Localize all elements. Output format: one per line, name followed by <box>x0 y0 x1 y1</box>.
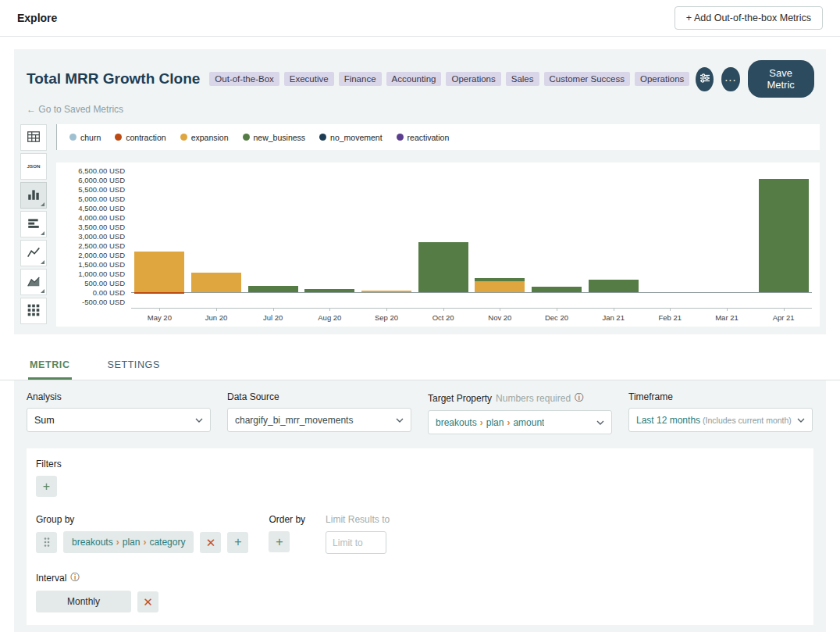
tab-metric[interactable]: METRIC <box>28 352 72 380</box>
target-property-select[interactable]: breakouts›plan›amount <box>428 410 612 434</box>
x-axis-line <box>131 308 812 309</box>
badge: Out-of-the-Box <box>209 72 279 86</box>
data-source-select[interactable]: chargify_bi_mrr_movements <box>227 408 411 432</box>
legend-dot-icon <box>397 134 404 141</box>
legend-item-no_movement[interactable]: no_movement <box>319 133 383 142</box>
bar-new_business[interactable] <box>532 287 582 292</box>
badge: Accounting <box>386 72 442 86</box>
legend-dot-icon <box>69 134 77 141</box>
chevron-down-icon <box>797 418 805 423</box>
x-axis-tick <box>784 308 785 311</box>
x-axis-label: May 20 <box>128 313 190 322</box>
x-axis-tick <box>329 308 330 311</box>
y-axis-label: 500.00 USD <box>56 279 125 287</box>
legend-label: reactivation <box>408 133 450 142</box>
toolbar-line-chart-button[interactable] <box>20 240 47 266</box>
y-axis-label: 0.00 USD <box>56 288 125 297</box>
display-settings-button[interactable] <box>696 67 714 91</box>
y-axis-label: 5,500.00 USD <box>56 185 125 194</box>
breadcrumb-plan: plan <box>486 417 504 428</box>
legend-item-expansion[interactable]: expansion <box>180 133 229 142</box>
plus-icon: + <box>234 536 241 548</box>
bar-new_business[interactable] <box>304 289 354 292</box>
add-order-by-button[interactable]: + <box>269 531 290 552</box>
chart: 6,500.00 USD6,000.00 USD5,500.00 USD5,00… <box>56 162 820 327</box>
toolbar-json-button[interactable]: JSON <box>20 153 47 180</box>
badge: Customer Success <box>544 72 631 86</box>
legend-item-churn[interactable]: churn <box>69 133 101 142</box>
group-by-chip-row: breakouts›plan›category ✕ + <box>36 531 248 553</box>
chart-type-toolbar: JSON <box>20 124 48 327</box>
analysis-label: Analysis <box>27 391 211 402</box>
bar-new_business[interactable] <box>589 280 639 292</box>
timeframe-value: Last 12 months <box>636 415 700 426</box>
timeframe-suffix: (Includes current month) <box>703 416 792 425</box>
bar-new_business[interactable] <box>759 179 809 292</box>
info-icon[interactable]: ⓘ <box>575 391 584 405</box>
bar-contraction[interactable] <box>134 292 184 294</box>
go-to-saved-metrics-link[interactable]: ← Go to Saved Metrics <box>27 104 123 115</box>
bar-new_business[interactable] <box>418 242 468 292</box>
toolbar-table-button[interactable] <box>20 124 47 151</box>
legend-dot-icon <box>180 134 187 141</box>
y-axis-label: 2,000.00 USD <box>56 251 125 259</box>
group-by-chip[interactable]: breakouts›plan›category <box>63 531 194 553</box>
add-out-of-box-metrics-button[interactable]: + Add Out-of-the-box Metrics <box>674 6 823 30</box>
bar-expansion[interactable] <box>134 252 184 292</box>
bar-expansion[interactable] <box>475 281 525 292</box>
breadcrumb-plan: plan <box>123 537 141 548</box>
toolbar-grid-button[interactable] <box>20 298 47 324</box>
legend-item-reactivation[interactable]: reactivation <box>397 133 450 142</box>
bar-expansion[interactable] <box>191 273 241 292</box>
topbar: Explore + Add Out-of-the-box Metrics <box>0 0 840 37</box>
svg-text:JSON: JSON <box>27 162 41 168</box>
save-metric-button[interactable]: Save Metric <box>748 60 814 98</box>
add-filter-button[interactable]: + <box>36 476 57 497</box>
breadcrumb-separator-icon: › <box>480 417 483 428</box>
timeframe-select[interactable]: Last 12 months (Includes current month) <box>628 408 813 432</box>
add-group-by-button[interactable]: + <box>227 532 248 553</box>
page-title: Explore <box>17 12 57 24</box>
y-axis-label: 2,500.00 USD <box>56 241 125 250</box>
data-source-value: chargify_bi_mrr_movements <box>235 415 353 426</box>
interval-chip[interactable]: Monthly <box>36 591 131 612</box>
x-axis-tick <box>614 308 614 311</box>
bar-expansion[interactable] <box>361 291 411 292</box>
target-property-label: Target Property Numbers required ⓘ <box>428 391 612 405</box>
y-axis-label: 4,000.00 USD <box>56 213 125 222</box>
limit-input[interactable] <box>326 531 386 554</box>
plus-icon: + <box>276 536 283 548</box>
timeframe-field: Timeframe Last 12 months (Includes curre… <box>628 391 813 434</box>
toolbar-hbar-chart-button[interactable] <box>20 211 47 237</box>
bar-chart-icon <box>27 187 41 204</box>
analysis-select[interactable]: Sum <box>27 408 211 432</box>
timeframe-label: Timeframe <box>628 391 813 402</box>
x-axis-tick <box>557 308 557 311</box>
x-axis-label: Nov 20 <box>468 313 531 322</box>
legend-item-contraction[interactable]: contraction <box>115 133 166 142</box>
drag-handle-icon[interactable] <box>36 532 57 553</box>
info-icon[interactable]: ⓘ <box>70 571 80 584</box>
tab-settings[interactable]: SETTINGS <box>106 352 162 380</box>
legend-label: churn <box>80 133 101 142</box>
badge: Executive <box>284 72 334 86</box>
more-options-button[interactable]: ... <box>721 67 739 91</box>
remove-interval-button[interactable]: ✕ <box>137 591 158 612</box>
legend-item-new_business[interactable]: new_business <box>243 133 306 142</box>
header-actions: ... Save Metric <box>696 60 813 98</box>
bar-new_business[interactable] <box>475 278 525 281</box>
x-axis-label: Sep 20 <box>355 313 418 322</box>
legend-label: no_movement <box>330 133 383 142</box>
x-axis-label: Apr 21 <box>753 313 815 322</box>
remove-group-by-button[interactable]: ✕ <box>200 532 221 553</box>
chart-legend: churncontractionexpansionnew_businessno_… <box>56 124 820 150</box>
toolbar-area-chart-button[interactable] <box>20 269 47 295</box>
y-axis-label: 6,500.00 USD <box>56 166 125 175</box>
bar-new_business[interactable] <box>248 286 298 292</box>
x-axis-label: Jul 20 <box>242 313 304 322</box>
close-icon: ✕ <box>206 537 216 548</box>
x-axis-label: Jun 20 <box>185 313 247 322</box>
legend-label: expansion <box>191 133 229 142</box>
toolbar-bar-chart-button[interactable] <box>20 182 47 209</box>
target-property-path: breakouts›plan›amount <box>436 417 544 428</box>
